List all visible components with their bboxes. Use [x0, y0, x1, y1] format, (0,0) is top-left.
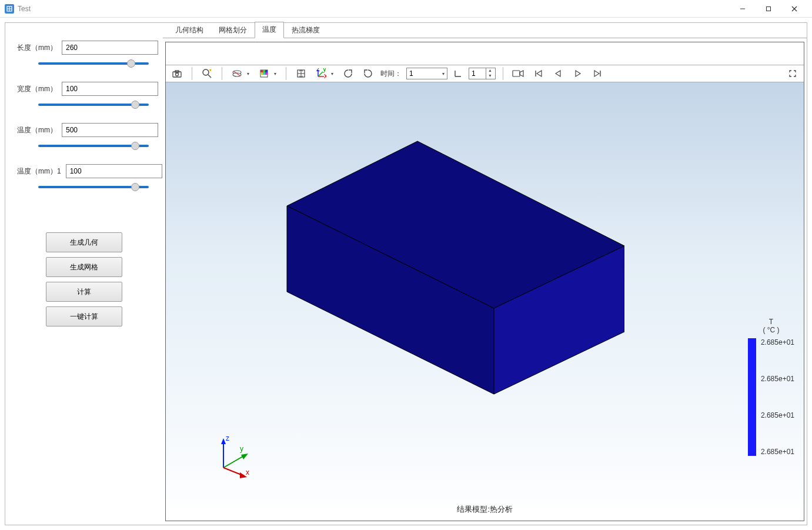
svg-point-10 — [203, 69, 209, 75]
legend-unit: ( °C ) — [748, 326, 794, 334]
param-slider-temp[interactable] — [38, 145, 149, 147]
svg-rect-20 — [263, 72, 265, 75]
step-back-button[interactable] — [550, 66, 566, 81]
tab-heatflux-gradient[interactable]: 热流梯度 — [284, 22, 328, 38]
rotate-cw-button[interactable] — [360, 66, 376, 81]
param-input-temp1[interactable] — [66, 164, 162, 178]
record-button[interactable] — [510, 66, 526, 81]
axis-y-label: y — [240, 445, 243, 453]
layer-button[interactable] — [229, 66, 245, 81]
dropdown-caret-icon: ▾ — [442, 71, 445, 76]
angle-icon-button[interactable] — [452, 66, 464, 81]
legend-tick: 2.685e+01 — [761, 448, 794, 456]
param-slider-temp1[interactable] — [38, 186, 149, 188]
dropdown-caret-icon[interactable]: ▾ — [272, 66, 279, 81]
skip-forward-icon — [593, 69, 603, 78]
magnifier-icon — [202, 68, 212, 79]
param-input-temp[interactable] — [62, 123, 158, 137]
svg-rect-18 — [265, 70, 268, 72]
skip-back-icon — [533, 69, 543, 78]
param-label-temp: 温度（mm） — [17, 125, 57, 135]
axis-view-button[interactable]: yzx — [313, 66, 329, 81]
param-label-width: 宽度（mm） — [17, 84, 57, 94]
tab-geometry[interactable]: 几何结构 — [168, 22, 211, 38]
play-icon — [574, 69, 582, 78]
svg-marker-38 — [221, 438, 226, 444]
spinner-up-button[interactable]: ▲ — [486, 68, 494, 74]
time-label: 时间： — [380, 69, 402, 79]
window-maximize-button[interactable] — [756, 0, 781, 18]
window-close-button[interactable] — [781, 0, 807, 18]
param-label-temp1: 温度（mm）1 — [17, 166, 61, 176]
layers-icon — [231, 69, 243, 78]
scene-footer-label: 结果模型:热分析 — [457, 504, 513, 515]
svg-text:z: z — [316, 68, 320, 73]
skip-start-button[interactable] — [530, 66, 546, 81]
angle-icon — [454, 69, 462, 78]
color-legend: T ( °C ) 2.685e+01 2.685e+01 2.685e+01 2… — [748, 318, 794, 456]
svg-marker-40 — [241, 454, 248, 459]
camera-icon — [172, 69, 182, 78]
workarea: 长度（mm） 宽度（mm） 温度（mm） 温度（mm）1 生成几何 生成网格 计… — [5, 22, 807, 525]
viewport[interactable]: ▾ ▾ yzx▾ 时间： 1▾ ▲▼ — [165, 42, 804, 521]
main-panel: 几何结构 网格划分 温度 热流梯度 ▾ ▾ yzx▾ 时间： 1▾ — [163, 23, 807, 525]
viewport-toolbar: ▾ ▾ yzx▾ 时间： 1▾ ▲▼ — [166, 65, 804, 82]
fit-icon — [296, 68, 306, 79]
axis-icon: yzx — [316, 68, 326, 79]
video-camera-icon — [512, 69, 524, 78]
param-slider-length[interactable] — [38, 62, 149, 65]
svg-text:x: x — [324, 72, 326, 79]
time-select[interactable]: 1▾ — [406, 68, 447, 79]
svg-point-9 — [176, 73, 179, 76]
skip-end-button[interactable] — [590, 66, 606, 81]
spinner-down-button[interactable]: ▼ — [486, 74, 494, 79]
svg-rect-21 — [265, 72, 268, 75]
param-slider-width[interactable] — [38, 104, 149, 106]
scene-3d[interactable]: z y x T ( °C ) — [166, 82, 804, 521]
param-input-length[interactable] — [62, 41, 158, 55]
svg-rect-16 — [260, 70, 263, 72]
window-minimize-button[interactable] — [730, 0, 756, 18]
title-bar: Test — [0, 0, 812, 18]
rotate-cw-icon — [363, 68, 373, 79]
fullscreen-button[interactable] — [785, 66, 800, 81]
zoom-button[interactable] — [199, 66, 215, 81]
app-icon — [5, 4, 14, 14]
generate-geometry-button[interactable]: 生成几何 — [46, 232, 122, 252]
dropdown-caret-icon[interactable]: ▾ — [329, 66, 336, 81]
window-title: Test — [18, 5, 31, 13]
dropdown-caret-icon[interactable]: ▾ — [245, 66, 252, 81]
fit-view-button[interactable] — [293, 66, 309, 81]
svg-rect-31 — [513, 71, 520, 76]
svg-rect-4 — [767, 6, 771, 11]
legend-title: T — [748, 318, 794, 326]
legend-tick: 2.685e+01 — [761, 411, 794, 419]
cube-color-icon — [259, 68, 269, 79]
tab-mesh[interactable]: 网格划分 — [211, 22, 255, 38]
frame-spinner-input[interactable] — [469, 69, 486, 78]
legend-tick: 2.685e+01 — [761, 375, 794, 383]
legend-tick: 2.685e+01 — [761, 338, 794, 346]
axis-z-label: z — [226, 434, 229, 442]
play-button[interactable] — [570, 66, 586, 81]
compute-all-button[interactable]: 一键计算 — [46, 306, 122, 326]
generate-mesh-button[interactable]: 生成网格 — [46, 257, 122, 277]
svg-line-11 — [208, 75, 211, 78]
colormap-button[interactable] — [256, 66, 272, 81]
rotate-ccw-button[interactable] — [340, 66, 356, 81]
time-select-value: 1 — [409, 69, 413, 78]
screenshot-button[interactable] — [169, 66, 185, 81]
frame-spinner[interactable]: ▲▼ — [469, 68, 496, 79]
prev-icon — [554, 69, 562, 78]
sidebar: 长度（mm） 宽度（mm） 温度（mm） 温度（mm）1 生成几何 生成网格 计… — [5, 23, 163, 525]
param-input-width[interactable] — [62, 82, 158, 96]
tabs: 几何结构 网格划分 温度 热流梯度 — [163, 23, 807, 38]
axis-x-label: x — [246, 468, 249, 476]
fullscreen-icon — [788, 69, 797, 78]
legend-colorbar — [748, 338, 756, 456]
svg-rect-19 — [260, 72, 263, 75]
rotate-ccw-icon — [343, 68, 353, 79]
tab-temperature[interactable]: 温度 — [255, 22, 284, 38]
compute-button[interactable]: 计算 — [46, 282, 122, 302]
svg-rect-17 — [263, 70, 265, 72]
